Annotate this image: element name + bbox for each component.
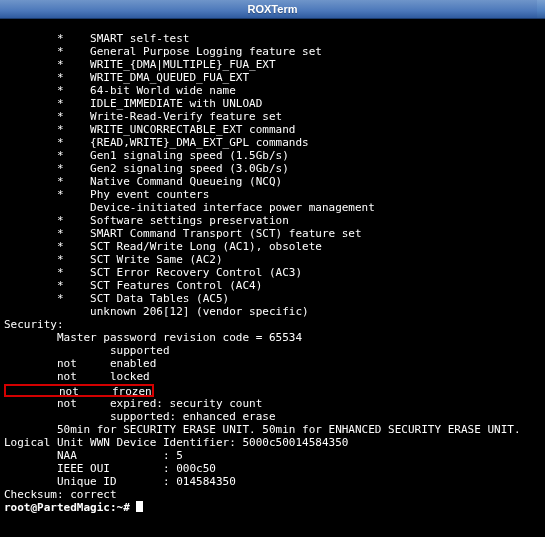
- window-titlebar[interactable]: ROXTerm: [0, 0, 545, 19]
- terminal-line: * SMART Command Transport (SCT) feature …: [4, 227, 545, 240]
- terminal-line: supported: enhanced erase: [4, 410, 545, 423]
- terminal-output[interactable]: * SMART self-test * General Purpose Logg…: [0, 19, 545, 537]
- terminal-line: not locked: [4, 370, 545, 383]
- terminal-line: * SCT Features Control (AC4): [4, 279, 545, 292]
- terminal-line: * {READ,WRITE}_DMA_EXT_GPL commands: [4, 136, 545, 149]
- terminal-line: * WRITE_DMA_QUEUED_FUA_EXT: [4, 71, 545, 84]
- terminal-line: * 64-bit World wide name: [4, 84, 545, 97]
- terminal-line: Unique ID : 014584350: [4, 475, 545, 488]
- terminal-line: * SCT Write Same (AC2): [4, 253, 545, 266]
- terminal-line: * Write-Read-Verify feature set: [4, 110, 545, 123]
- terminal-line: * WRITE_UNCORRECTABLE_EXT command: [4, 123, 545, 136]
- terminal-line: supported: [4, 344, 545, 357]
- terminal-line: * Gen1 signaling speed (1.5Gb/s): [4, 149, 545, 162]
- terminal-line: * SCT Read/Write Long (AC1), obsolete: [4, 240, 545, 253]
- terminal-line: * Software settings preservation: [4, 214, 545, 227]
- terminal-line: * SMART self-test: [4, 32, 545, 45]
- terminal-line: * Native Command Queueing (NCQ): [4, 175, 545, 188]
- terminal-line: * Phy event counters: [4, 188, 545, 201]
- cursor: [136, 501, 143, 512]
- terminal-line: * Gen2 signaling speed (3.0Gb/s): [4, 162, 545, 175]
- terminal-line: unknown 206[12] (vendor specific): [4, 305, 545, 318]
- terminal-line: * WRITE_{DMA|MULTIPLE}_FUA_EXT: [4, 58, 545, 71]
- window-title: ROXTerm: [248, 3, 298, 16]
- terminal-line: Checksum: correct: [4, 488, 545, 501]
- highlighted-line: not frozen: [4, 383, 545, 397]
- terminal-line: Logical Unit WWN Device Identifier: 5000…: [4, 436, 545, 449]
- prompt-line[interactable]: root@PartedMagic:~#: [4, 501, 545, 514]
- terminal-line: IEEE OUI : 000c50: [4, 462, 545, 475]
- terminal-line: Device-initiated interface power managem…: [4, 201, 545, 214]
- terminal-line: * General Purpose Logging feature set: [4, 45, 545, 58]
- terminal-line: * SCT Error Recovery Control (AC3): [4, 266, 545, 279]
- terminal-line: not enabled: [4, 357, 545, 370]
- terminal-line: Security:: [4, 318, 545, 331]
- shell-prompt: root@PartedMagic:~#: [4, 501, 136, 514]
- terminal-line: * IDLE_IMMEDIATE with UNLOAD: [4, 97, 545, 110]
- window-titlebar-right: [537, 0, 545, 18]
- terminal-line: 50min for SECURITY ERASE UNIT. 50min for…: [4, 423, 545, 436]
- highlight-box: not frozen: [4, 384, 154, 397]
- terminal-line: * SCT Data Tables (AC5): [4, 292, 545, 305]
- terminal-line: Master password revision code = 65534: [4, 331, 545, 344]
- terminal-line: NAA : 5: [4, 449, 545, 462]
- terminal-line: not expired: security count: [4, 397, 545, 410]
